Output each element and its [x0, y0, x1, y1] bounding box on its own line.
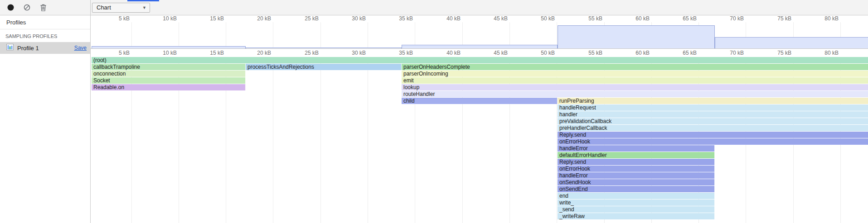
gridline [273, 57, 273, 223]
chevron-down-icon: ▼ [142, 5, 146, 10]
axis-tick-label: 70 kB [718, 15, 744, 22]
overview-timeline[interactable] [91, 22, 868, 49]
axis-tick-label: 40 kB [434, 15, 461, 22]
flame-bar[interactable]: emit [402, 77, 868, 84]
flame-bar[interactable]: _writeRaw [558, 213, 715, 219]
flame-bar[interactable]: preHandlerCallback [558, 125, 868, 131]
sampling-profiles-heading: SAMPLING PROFILES [0, 29, 90, 42]
gridline [368, 22, 368, 48]
chart-panel: 5 kB10 kB15 kB20 kB25 kB30 kB35 kB40 kB4… [91, 15, 868, 223]
flame-bar[interactable]: child [402, 98, 558, 104]
profile-item[interactable]: Profile 1 Save [0, 42, 90, 54]
axis-tick-label: 55 kB [576, 15, 602, 22]
gridline [320, 22, 321, 48]
gridline [179, 22, 179, 48]
axis-tick-label: 60 kB [623, 15, 650, 22]
axis-tick-label: 5 kB [103, 15, 130, 22]
profile-name: Profile 1 [17, 45, 71, 52]
axis-tick-label: 10 kB [150, 49, 177, 57]
gridline [226, 22, 226, 48]
flame-bar[interactable]: processTicksAndRejections [246, 64, 402, 70]
gridline [368, 57, 368, 223]
flame-bar[interactable]: handler [558, 111, 868, 118]
clear-profiles-button[interactable] [22, 3, 31, 12]
chart-ruler: 5 kB10 kB15 kB20 kB25 kB30 kB35 kB40 kB4… [91, 49, 868, 57]
flame-bar[interactable]: parserOnIncoming [402, 71, 868, 77]
axis-tick-label: 10 kB [150, 15, 177, 22]
axis-tick-label: 75 kB [765, 15, 791, 22]
axis-tick-label: 65 kB [670, 49, 697, 57]
flame-bar[interactable]: Reply.send [558, 159, 715, 165]
flame-bar[interactable]: routeHandler [402, 91, 868, 97]
save-link[interactable]: Save [74, 45, 87, 51]
overview-ruler: 5 kB10 kB15 kB20 kB25 kB30 kB35 kB40 kB4… [91, 15, 868, 22]
axis-tick-label: 45 kB [481, 49, 508, 57]
overview-step [558, 25, 715, 48]
gridline [273, 22, 273, 48]
axis-tick-label: 40 kB [434, 49, 461, 57]
sidebar-title: Profiles [0, 15, 90, 29]
flame-bar[interactable]: (root) [92, 57, 868, 63]
axis-tick-label: 80 kB [812, 49, 839, 57]
axis-tick-label: 50 kB [529, 15, 555, 22]
toolbar: Chart ▼ [0, 0, 868, 15]
flame-bar[interactable]: lookup [402, 84, 868, 90]
axis-tick-label: 65 kB [670, 15, 697, 22]
flame-bar[interactable]: onErrorHook [558, 166, 715, 172]
gridline [131, 22, 132, 48]
flame-chart[interactable]: (root)callbackTrampolineprocessTicksAndR… [91, 57, 868, 223]
toolbar-left [0, 0, 91, 15]
toolbar-main: Chart ▼ [91, 0, 150, 15]
view-mode-select[interactable]: Chart ▼ [92, 3, 150, 13]
axis-tick-label: 30 kB [339, 49, 366, 57]
delete-profile-button[interactable] [39, 3, 48, 12]
record-icon [7, 4, 14, 11]
flame-bar[interactable]: handleRequest [558, 104, 868, 111]
axis-tick-label: 60 kB [623, 49, 650, 57]
axis-tick-label: 80 kB [812, 15, 839, 22]
axis-tick-label: 35 kB [387, 15, 413, 22]
flame-bar[interactable]: onSendHook [558, 179, 715, 185]
flame-bar[interactable]: preValidationCallback [558, 118, 868, 124]
flame-bar[interactable]: runPreParsing [558, 98, 868, 104]
flame-bar[interactable]: onErrorHook [558, 138, 868, 145]
axis-tick-label: 30 kB [339, 15, 366, 22]
flame-bar[interactable]: parserOnHeadersComplete [402, 64, 868, 70]
overview-step [92, 46, 246, 48]
axis-tick-label: 45 kB [481, 15, 508, 22]
axis-tick-label: 20 kB [245, 49, 271, 57]
record-button[interactable] [6, 3, 15, 12]
clear-icon [24, 4, 30, 11]
gridline [320, 57, 321, 223]
profiles-sidebar: Profiles SAMPLING PROFILES Profile 1 Sav… [0, 15, 91, 223]
profile-icon [6, 44, 14, 52]
axis-tick-label: 75 kB [765, 49, 791, 57]
axis-tick-label: 5 kB [103, 49, 130, 57]
axis-tick-label: 70 kB [718, 49, 744, 57]
active-panel-indicator [127, 0, 159, 1]
overview-step [246, 47, 402, 48]
axis-tick-label: 55 kB [576, 49, 602, 57]
trash-icon [40, 4, 46, 11]
axis-tick-label: 20 kB [245, 15, 271, 22]
axis-tick-label: 25 kB [292, 49, 319, 57]
view-mode-value: Chart [97, 4, 111, 11]
flame-bar[interactable]: end [558, 193, 715, 199]
flame-bar[interactable]: handleError [558, 145, 715, 152]
flame-bar[interactable]: Socket [92, 77, 246, 84]
flame-bar[interactable]: onconnection [92, 71, 246, 77]
flame-bar[interactable]: handleError [558, 172, 715, 179]
flame-bar[interactable]: Readable.on [92, 84, 246, 90]
overview-step [715, 37, 868, 48]
axis-tick-label: 25 kB [292, 15, 319, 22]
flame-bar[interactable]: _send [558, 206, 715, 213]
flame-bar[interactable]: defaultErrorHandler [558, 152, 715, 158]
heap-profiler-panel: Chart ▼ Profiles SAMPLING PROFILES Profi… [0, 0, 868, 223]
flame-bar[interactable]: write_ [558, 199, 715, 206]
axis-tick-label: 50 kB [529, 49, 555, 57]
flame-bar[interactable]: Reply.send [558, 132, 868, 138]
axis-tick-label: 15 kB [198, 15, 224, 22]
axis-tick-label: 35 kB [387, 49, 413, 57]
flame-bar[interactable]: callbackTrampoline [92, 64, 246, 70]
flame-bar[interactable]: onSendEnd [558, 186, 715, 192]
